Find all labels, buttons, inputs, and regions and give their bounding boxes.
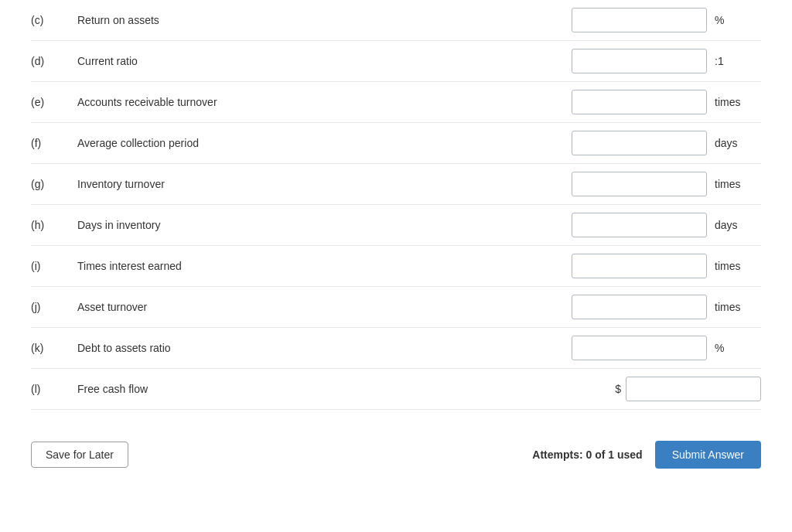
row-unit-k: % xyxy=(715,342,761,354)
free-cash-flow-input[interactable] xyxy=(626,377,761,401)
form-row-j: (j)Asset turnovertimes xyxy=(31,287,761,328)
average-collection-period-input[interactable] xyxy=(572,131,707,155)
form-row-d: (d)Current ratio:1 xyxy=(31,41,761,82)
row-label-j: Asset turnover xyxy=(77,301,572,313)
row-prefix-g: (g) xyxy=(31,178,77,190)
form-row-c: (c)Return on assets% xyxy=(31,0,761,41)
row-prefix-c: (c) xyxy=(31,14,77,26)
row-label-i: Times interest earned xyxy=(77,260,572,272)
asset-turnover-input[interactable] xyxy=(572,295,707,319)
form-row-i: (i)Times interest earnedtimes xyxy=(31,246,761,287)
row-unit-i: times xyxy=(715,260,761,272)
save-later-button[interactable]: Save for Later xyxy=(31,442,128,468)
row-label-e: Accounts receivable turnover xyxy=(77,96,572,108)
return-on-assets-input[interactable] xyxy=(572,8,707,32)
row-unit-j: times xyxy=(715,301,761,313)
current-ratio-input[interactable] xyxy=(572,49,707,73)
row-dollar-l: $ xyxy=(615,383,621,395)
row-prefix-h: (h) xyxy=(31,219,77,231)
row-prefix-f: (f) xyxy=(31,137,77,149)
form-row-g: (g)Inventory turnovertimes xyxy=(31,164,761,205)
row-prefix-k: (k) xyxy=(31,342,77,354)
row-prefix-l: (l) xyxy=(31,383,77,395)
form-row-h: (h)Days in inventorydays xyxy=(31,205,761,246)
form-row-f: (f)Average collection perioddays xyxy=(31,123,761,164)
row-unit-g: times xyxy=(715,178,761,190)
row-unit-e: times xyxy=(715,96,761,108)
row-label-f: Average collection period xyxy=(77,137,572,149)
footer-right: Attempts: 0 of 1 used Submit Answer xyxy=(532,441,761,469)
debt-to-assets-input[interactable] xyxy=(572,336,707,360)
inventory-turnover-input[interactable] xyxy=(572,172,707,196)
row-prefix-d: (d) xyxy=(31,55,77,67)
row-unit-d: :1 xyxy=(715,55,761,67)
row-label-k: Debt to assets ratio xyxy=(77,342,572,354)
row-prefix-j: (j) xyxy=(31,301,77,313)
form-rows-container: (c)Return on assets%(d)Current ratio:1(e… xyxy=(31,0,761,410)
row-label-d: Current ratio xyxy=(77,55,572,67)
row-prefix-e: (e) xyxy=(31,96,77,108)
row-prefix-i: (i) xyxy=(31,260,77,272)
form-row-l: (l)Free cash flow$ xyxy=(31,369,761,410)
footer: Save for Later Attempts: 0 of 1 used Sub… xyxy=(31,433,761,469)
row-label-l: Free cash flow xyxy=(77,383,615,395)
row-unit-c: % xyxy=(715,14,761,26)
row-label-c: Return on assets xyxy=(77,14,572,26)
row-unit-h: days xyxy=(715,219,761,231)
row-label-h: Days in inventory xyxy=(77,219,572,231)
times-interest-earned-input[interactable] xyxy=(572,254,707,278)
days-in-inventory-input[interactable] xyxy=(572,213,707,237)
attempts-text: Attempts: 0 of 1 used xyxy=(532,448,642,461)
page-container: (c)Return on assets%(d)Current ratio:1(e… xyxy=(0,0,792,532)
form-row-e: (e)Accounts receivable turnovertimes xyxy=(31,82,761,123)
form-row-k: (k)Debt to assets ratio% xyxy=(31,328,761,369)
submit-answer-button[interactable]: Submit Answer xyxy=(655,441,761,469)
accounts-receivable-turnover-input[interactable] xyxy=(572,90,707,114)
row-unit-f: days xyxy=(715,137,761,149)
row-label-g: Inventory turnover xyxy=(77,178,572,190)
